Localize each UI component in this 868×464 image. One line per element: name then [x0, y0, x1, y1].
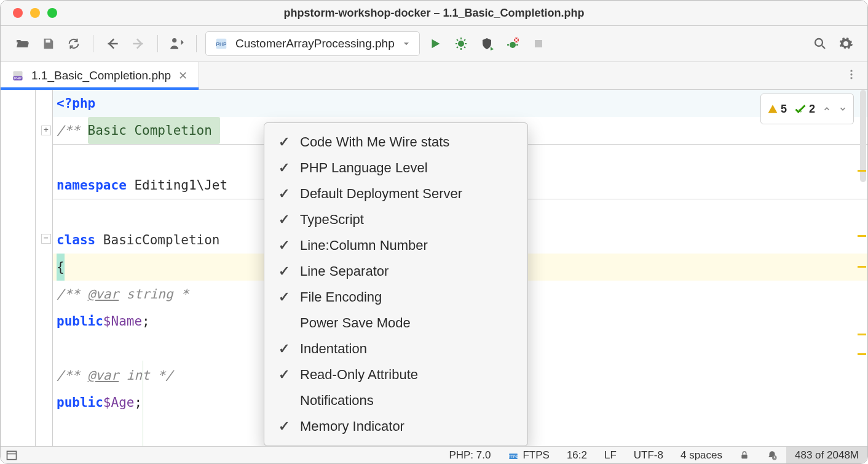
- menu-item[interactable]: ✓Line Separator: [264, 258, 527, 284]
- code-token: /**: [57, 281, 88, 308]
- status-caret-position[interactable]: 16:2: [558, 447, 596, 463]
- menu-item-label: Default Deployment Server: [300, 186, 462, 202]
- window-controls: [13, 8, 57, 18]
- menu-item-label: Memory Indicator: [300, 418, 404, 434]
- menu-item[interactable]: ✓Memory Indicator: [264, 414, 527, 439]
- code-token: /**: [57, 362, 88, 389]
- close-window-button[interactable]: [13, 8, 23, 18]
- php-file-icon: PHP: [215, 37, 228, 50]
- code-token: ;: [142, 308, 150, 335]
- code-with-me-button[interactable]: [167, 33, 187, 54]
- menu-item-label: Indentation: [300, 341, 367, 357]
- nav-back-button[interactable]: [102, 33, 123, 54]
- menu-item[interactable]: ✓TypeScript: [264, 207, 527, 233]
- warning-marker[interactable]: [858, 235, 866, 237]
- code-token: namespace: [57, 172, 134, 199]
- search-icon[interactable]: [810, 33, 831, 54]
- svg-rect-14: [7, 451, 17, 459]
- svg-point-11: [850, 70, 852, 72]
- check-icon: ✓: [278, 418, 290, 434]
- status-readonly-icon[interactable]: [731, 447, 758, 463]
- titlebar: phpstorm-workshop-docker – 1.1_Basic_Com…: [1, 1, 867, 25]
- status-line-separator[interactable]: LF: [596, 447, 625, 463]
- status-memory[interactable]: 483 of 2048M: [786, 447, 867, 463]
- scrollbar-thumb[interactable]: [860, 90, 866, 182]
- run-configuration-select[interactable]: PHP CustomerArrayProcessing.php: [205, 31, 420, 56]
- status-indent[interactable]: 4 spaces: [672, 447, 731, 463]
- editor-tab[interactable]: PHP 1.1_Basic_Completion.php ✕: [1, 62, 199, 89]
- editor-tab-label: 1.1_Basic_Completion.php: [31, 69, 171, 82]
- status-notifications-icon[interactable]: [758, 447, 786, 463]
- run-config-label: CustomerArrayProcessing.php: [235, 37, 395, 50]
- menu-item[interactable]: ✓Indentation: [264, 336, 527, 362]
- code-token: public: [57, 308, 103, 335]
- close-tab-button[interactable]: ✕: [178, 69, 187, 82]
- menu-item-label: Line Separator: [300, 263, 389, 279]
- zoom-window-button[interactable]: [47, 8, 57, 18]
- status-bar: PHP: 7.0 FTPS FTPS 16:2 LF UTF-8 4 space…: [1, 446, 867, 463]
- debug-button[interactable]: [451, 33, 471, 54]
- inspection-widget[interactable]: 5 2: [760, 94, 854, 124]
- toolbar-separator: [93, 35, 93, 52]
- code-token: @var: [88, 362, 119, 389]
- more-tabs-icon[interactable]: [845, 68, 858, 81]
- toolbar-separator: [157, 35, 158, 52]
- menu-item[interactable]: Notifications: [264, 388, 527, 414]
- statusbar-context-menu[interactable]: ✓Code With Me Wire stats✓PHP Language Le…: [264, 122, 528, 446]
- menu-item-label: Read-Only Attribute: [300, 367, 418, 383]
- run-button[interactable]: [425, 33, 446, 54]
- menu-item-label: TypeScript: [300, 212, 364, 228]
- code-token: BasicCompletion: [103, 226, 220, 254]
- svg-point-12: [850, 73, 852, 75]
- status-deployment[interactable]: FTPS FTPS: [499, 447, 558, 463]
- menu-item[interactable]: ✓Code With Me Wire stats: [264, 129, 527, 155]
- menu-item[interactable]: ✓Read-Only Attribute: [264, 362, 527, 388]
- warning-count: 5: [767, 95, 787, 122]
- check-icon: ✓: [278, 134, 290, 150]
- check-icon: ✓: [278, 238, 290, 254]
- coverage-button[interactable]: [476, 33, 497, 54]
- profile-button[interactable]: [502, 33, 523, 54]
- menu-item[interactable]: ✓Default Deployment Server: [264, 181, 527, 207]
- menu-item-label: Code With Me Wire stats: [300, 134, 449, 150]
- warning-marker[interactable]: [858, 170, 866, 172]
- open-folder-button[interactable]: [12, 33, 33, 54]
- tool-window-quick-access-icon[interactable]: [6, 449, 18, 462]
- code-token: Basic Completion: [88, 117, 220, 144]
- check-icon: ✓: [278, 160, 290, 176]
- fold-collapse-icon[interactable]: [41, 234, 51, 244]
- menu-item[interactable]: ✓PHP Language Level: [264, 155, 527, 181]
- menu-item[interactable]: Power Save Mode: [264, 310, 527, 336]
- svg-point-13: [850, 77, 852, 79]
- next-highlight-icon[interactable]: [838, 105, 847, 113]
- menu-item[interactable]: ✓File Encoding: [264, 284, 527, 310]
- menu-item-label: File Encoding: [300, 289, 382, 305]
- marker-bar[interactable]: [856, 90, 867, 449]
- nav-forward-button[interactable]: [128, 33, 149, 54]
- editor-tabs: PHP 1.1_Basic_Completion.php ✕: [1, 62, 867, 90]
- save-button[interactable]: [37, 33, 58, 54]
- prev-highlight-icon[interactable]: [823, 105, 831, 113]
- status-encoding[interactable]: UTF-8: [625, 447, 672, 463]
- menu-item[interactable]: ✓Line:Column Number: [264, 233, 527, 258]
- fold-expand-icon[interactable]: [41, 126, 51, 135]
- warning-marker[interactable]: [858, 353, 866, 355]
- check-icon: ✓: [278, 263, 290, 279]
- settings-gear-icon[interactable]: [835, 33, 856, 54]
- code-token: Editing1\Jet: [134, 172, 227, 199]
- gutter[interactable]: [1, 90, 53, 449]
- php-file-icon: PHP: [12, 70, 24, 82]
- ok-count: 2: [794, 95, 815, 122]
- check-icon: ✓: [278, 212, 290, 228]
- menu-item-label: PHP Language Level: [300, 160, 428, 176]
- stop-button[interactable]: [528, 33, 549, 54]
- menu-item-label: Notifications: [300, 393, 374, 409]
- warning-marker[interactable]: [858, 266, 866, 268]
- svg-point-7: [815, 39, 823, 46]
- minimize-window-button[interactable]: [30, 8, 40, 18]
- status-php-level[interactable]: PHP: 7.0: [440, 447, 499, 463]
- warning-marker[interactable]: [858, 334, 866, 335]
- sync-button[interactable]: [63, 33, 84, 54]
- svg-text:PHP: PHP: [216, 42, 227, 47]
- check-icon: ✓: [278, 186, 290, 202]
